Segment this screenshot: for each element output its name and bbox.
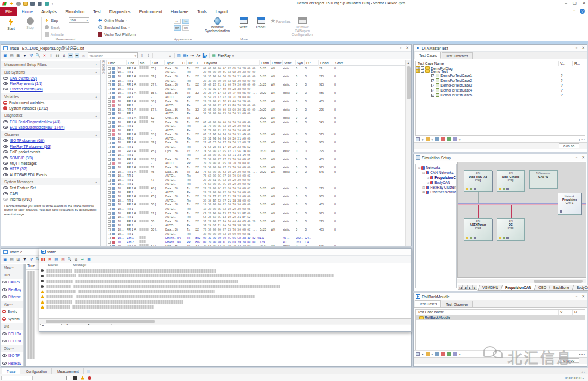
status-input[interactable] [1, 376, 33, 380]
trace-close-icon[interactable]: ✕ [406, 46, 409, 50]
write-config-icon[interactable]: ▦ [87, 257, 91, 262]
font-icon[interactable]: A▾ [196, 53, 201, 58]
write-row[interactable] [39, 305, 411, 310]
sim-hscrollbar[interactable] [457, 279, 586, 283]
trace2-filter-item[interactable]: Dia··· [1, 323, 23, 330]
trace2-filter-item[interactable]: CAN ev [1, 279, 23, 286]
write-button[interactable]: Write [235, 17, 252, 29]
dta-tb-icon4[interactable] [441, 137, 445, 141]
write-row[interactable] [39, 289, 411, 294]
trace-row[interactable]: + 10... FR 1 - AUTO... Rx 40 50 00 02 47… [107, 103, 406, 107]
bus-dropdown[interactable]: FlexRay [218, 53, 231, 57]
trace2-filter-item[interactable]: FlexRay [1, 360, 23, 367]
dta-tab-test-cases[interactable]: Test Cases [415, 52, 441, 59]
filter-section[interactable]: Observer▴ [1, 131, 100, 138]
node-diag-generic[interactable]: ADIDiag_GenericProg [497, 170, 525, 192]
trace-row[interactable]: + 10... FR 1 A 61 [.. Data... 36 Tx 32 C… [107, 211, 406, 215]
filter-section[interactable]: Bus Systems▴ [1, 69, 100, 75]
delta-icon[interactable]: Δ [62, 53, 66, 58]
tab-last-icon[interactable]: ▶| [473, 285, 477, 290]
options-icon[interactable] [45, 2, 49, 6]
trace-row[interactable]: + 10... FR 1 AUTO... Rx 76 60 00 0C 0C C… [107, 182, 406, 186]
filter-item[interactable]: AUTOSAR PDU Events [1, 172, 100, 177]
trace2-filter-item[interactable]: System [1, 316, 23, 323]
trace2-filter-item[interactable]: Bus··· [1, 271, 23, 279]
trace2-filter-item[interactable]: Etherne [1, 293, 23, 301]
break-button[interactable]: Break [45, 25, 60, 30]
favorites-button[interactable]: ★Favorites [270, 17, 290, 24]
status-tab-trace[interactable]: Trace [2, 368, 20, 375]
trace-row[interactable]: + 10... FR 1 A 39 [.. Data... 36 Tx 32 3… [107, 74, 406, 78]
trace-row[interactable]: + 10... FR 1 - AUTO... Rx 20 32 9B 84 94… [107, 136, 406, 141]
filter-item[interactable]: FlexRay TP observer (3/3) [1, 143, 100, 149]
filter2-icon[interactable]: ⧩ [29, 53, 34, 58]
dta-row[interactable]: ⊟ DemoForTestCase5 ? [416, 93, 585, 98]
sim-minimize-icon[interactable]: ▫ [576, 155, 577, 160]
filter-item[interactable]: ECU BasicDiagnosticsNew (4/4) [1, 119, 100, 124]
sim-tab-bodycan[interactable]: BodyCAN [572, 285, 588, 291]
dta-tb-icon5[interactable] [447, 137, 451, 141]
ribbon-tab-layout[interactable]: Layout [211, 7, 232, 16]
trace-row[interactable]: + 10... FR 1 A 35 [.. Data... 36 Tx 32 2… [107, 91, 406, 95]
node-network[interactable]: NetworkPropulsionCAN 1 [558, 193, 581, 215]
filter-item[interactable]: EoIP packet events [1, 149, 100, 155]
lines-icon[interactable]: ≡▾ [189, 53, 194, 58]
trace-row[interactable]: + 10... FR 1 - AUTO... Rx 28 50 7T 12 02… [107, 95, 406, 99]
write-clearall-icon[interactable]: ▤ [54, 257, 59, 262]
trace2-filter-item[interactable]: Mea··· [1, 264, 23, 271]
ribbon-tab-home[interactable]: Home [17, 7, 37, 16]
help-icon[interactable]: ? [580, 9, 585, 14]
trace-row[interactable]: + 10... FR 1 - AUTO... Rx 20 05 00 00 4C… [107, 70, 406, 75]
write-copy-icon[interactable]: ⧉ [74, 257, 78, 262]
ribbon-tab-environment[interactable]: Environment [135, 7, 167, 16]
rb-tb-icon3[interactable] [435, 352, 439, 356]
trace-vscrollbar[interactable]: ▲ [405, 60, 411, 246]
trace-row[interactable]: + 10... FR 1 A 32 Data... 36 Tx 32 0E 40… [107, 120, 406, 124]
filter-item[interactable]: HTTP (2/2) [1, 166, 100, 172]
trace-row[interactable]: + 10... FR 1 A 35 [.. Data... 36 Tx 32 0… [107, 66, 406, 70]
node-og[interactable]: ADIOGProg [497, 218, 525, 241]
trace-row[interactable]: + 10... FR 1 A 45 [.. Data... 36 Tx 32 2… [107, 194, 406, 198]
trace-row[interactable]: + 10... FR 1 A 46 Data... 36 Tx 32 75 68… [107, 170, 406, 174]
node-adexparser[interactable]: ADIADEXParserProg [464, 218, 492, 241]
trace-row[interactable]: + 10... FR 1 A 03 [.. Data... 36 Tx 32 0… [107, 132, 406, 137]
node-diag-hsk[interactable]: ADIDiag_HSK_AcProg [464, 170, 492, 192]
trace-search-input[interactable]: <Search>▾ [88, 52, 138, 58]
dta-tb-icon1[interactable] [416, 137, 420, 141]
trace-row[interactable]: + 10... Eth 1 Ethern... IPv4 Tx 802 00 3… [107, 235, 406, 240]
panel-button[interactable]: Panel [253, 17, 269, 29]
trace-row[interactable]: + 10... FR 1 - AUTO... Rx C5 25 60 0C E3… [107, 215, 406, 219]
sim-tree-item[interactable]: ⊞Networks [417, 165, 456, 170]
filter-item[interactable]: SOME/IP (3/3) [1, 155, 100, 160]
filter-section[interactable]: Variables▴ [1, 93, 100, 100]
write-row[interactable] [39, 294, 411, 300]
sim-tab-propulsioncan[interactable]: PropulsionCAN [501, 285, 536, 291]
remove-canopen-button[interactable]: Remove CANopen Configuration [290, 17, 315, 37]
trace-row[interactable]: + 10... FR 1 A 32 Cycli... 36 Tx 32 0x20… [107, 116, 406, 120]
rb-tb-icon4[interactable] [441, 352, 445, 356]
step-button[interactable]: Step [45, 17, 58, 23]
online-mode-button[interactable]: Online Mode· [98, 17, 127, 23]
t2-scroll-icon[interactable]: ▣ [3, 257, 8, 262]
trace-row[interactable]: + 10... FR 1 - Rx 14 A6 00 0C 05 82 71 2… [107, 153, 406, 157]
write-row[interactable] [39, 279, 411, 284]
maximize-button[interactable]: ▢ [573, 1, 577, 5]
trace-row[interactable]: + 10... FR 1 A 39 [.. Data... 36 Tx 32 2… [107, 141, 406, 145]
sim-close-icon[interactable]: ✕ [581, 155, 585, 160]
stop-button[interactable]: Stop [21, 17, 39, 29]
trace-row[interactable]: + 10... FR 1 - AUTO... Rx 1E 78 00 06 02… [107, 124, 406, 128]
ribbon-tab-test[interactable]: Test [89, 7, 105, 16]
write-clearsel-icon[interactable]: ▤ [60, 257, 65, 262]
tab-next-icon[interactable]: ▶ [468, 285, 473, 290]
rb-tb-icon1[interactable] [416, 352, 420, 356]
save-as-icon[interactable] [38, 2, 42, 6]
trace-row[interactable]: + 10... FR 1 - AUTO... Rx 20 30 00 00 00… [107, 78, 406, 83]
filter-section[interactable]: Diagnostics▴ [1, 112, 100, 119]
ribbon-tab-analysis[interactable]: Analysis [37, 7, 61, 16]
rb-tb-icon6[interactable] [453, 352, 457, 356]
trace-row[interactable]: + 10... FR 1 - AUTO... Rx 70 4D 32 87 40… [107, 87, 406, 91]
trace-row[interactable]: + 10... FR 1 AUTO... Rx 50 50 00 00 05 C… [107, 112, 406, 116]
prev-icon[interactable]: ⇩ [139, 53, 144, 58]
write-row[interactable] [39, 284, 411, 289]
rb-tab-test-observer[interactable]: Test Observer [442, 301, 472, 307]
